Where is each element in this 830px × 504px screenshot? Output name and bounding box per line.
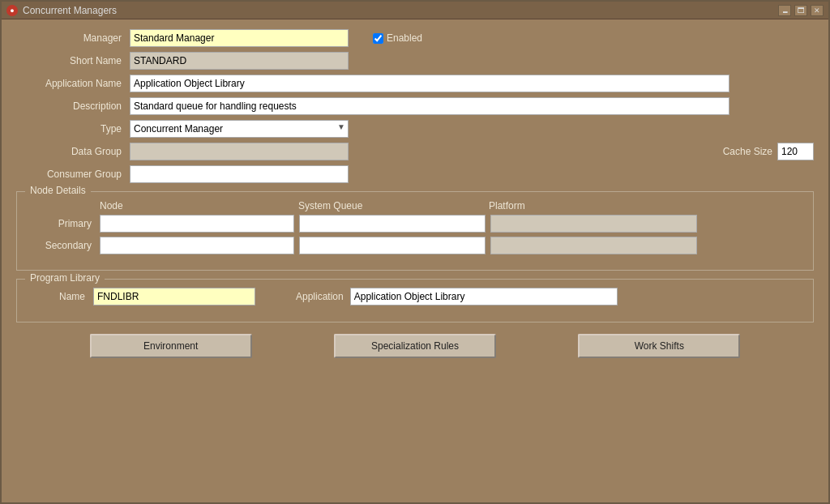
window-title: Concurrent Managers (23, 5, 117, 16)
window-icon: ● (6, 5, 18, 16)
window-controls: 🗕 🗖 ✕ (778, 5, 824, 16)
minimize-button[interactable]: 🗕 (778, 5, 791, 16)
data-group-input[interactable] (130, 143, 349, 160)
prog-lib-application-label: Application (296, 291, 350, 302)
secondary-platform-input[interactable] (490, 237, 697, 254)
secondary-label: Secondary (28, 240, 100, 251)
primary-node-input[interactable] (100, 215, 294, 233)
buttons-row: Environment Specialization Rules Work Sh… (16, 334, 814, 358)
cache-size-area: Cache Size (366, 143, 814, 160)
enabled-label: Enabled (387, 32, 422, 44)
primary-platform-input[interactable] (490, 215, 697, 233)
work-shifts-button[interactable]: Work Shifts (578, 334, 740, 358)
primary-row: Primary (28, 215, 802, 233)
primary-label: Primary (28, 218, 100, 229)
environment-button[interactable]: Environment (90, 334, 252, 358)
node-details-section: Node Details Node System Queue Platform … (16, 191, 814, 271)
main-window: ● Concurrent Managers 🗕 🗖 ✕ Manager Enab… (0, 0, 830, 504)
col-system-queue-header: System Queue (298, 200, 489, 211)
specialization-rules-button[interactable]: Specialization Rules (334, 334, 496, 358)
node-header-row: Node System Queue Platform (28, 200, 802, 211)
cache-size-label: Cache Size (723, 146, 772, 157)
secondary-node-input[interactable] (100, 237, 294, 254)
enabled-area: Enabled (373, 32, 422, 44)
col-platform-header: Platform (489, 200, 651, 211)
description-label: Description (16, 100, 130, 112)
application-name-label: Application Name (16, 78, 130, 89)
prog-lib-application-input[interactable] (350, 288, 618, 305)
close-button[interactable]: ✕ (811, 5, 824, 16)
program-library-title: Program Library (25, 272, 105, 284)
enabled-checkbox[interactable] (373, 33, 383, 44)
prog-lib-name-input[interactable] (93, 288, 255, 305)
manager-row: Manager Enabled (16, 29, 814, 47)
application-name-row: Application Name (16, 75, 814, 92)
description-row: Description (16, 97, 814, 115)
form-content: Manager Enabled Short Name Application N… (2, 19, 828, 502)
prog-lib-name-label: Name (28, 291, 93, 302)
secondary-row: Secondary (28, 237, 802, 254)
type-select[interactable]: Concurrent Manager (130, 120, 349, 138)
consumer-group-row: Consumer Group (16, 165, 814, 183)
type-row: Type Concurrent Manager (16, 120, 814, 138)
type-select-wrapper: Concurrent Manager (130, 120, 349, 138)
data-group-label: Data Group (16, 146, 130, 157)
primary-queue-input[interactable] (299, 215, 486, 233)
short-name-label: Short Name (16, 55, 130, 66)
short-name-row: Short Name (16, 52, 814, 70)
title-bar: ● Concurrent Managers 🗕 🗖 ✕ (2, 2, 828, 19)
secondary-queue-input[interactable] (299, 237, 486, 254)
description-input[interactable] (130, 97, 729, 115)
manager-label: Manager (16, 32, 130, 44)
maximize-button[interactable]: 🗖 (794, 5, 807, 16)
manager-input[interactable] (130, 29, 349, 47)
program-library-section: Program Library Name Application (16, 279, 814, 322)
data-group-row: Data Group Cache Size (16, 143, 814, 160)
node-details-title: Node Details (25, 185, 91, 196)
short-name-input[interactable] (130, 52, 349, 70)
cache-size-input[interactable] (777, 143, 814, 160)
col-node-header: Node (100, 200, 298, 211)
type-label: Type (16, 123, 130, 135)
consumer-group-label: Consumer Group (16, 169, 130, 180)
program-library-row: Name Application (28, 288, 802, 305)
consumer-group-input[interactable] (130, 165, 349, 183)
application-name-input[interactable] (130, 75, 729, 92)
